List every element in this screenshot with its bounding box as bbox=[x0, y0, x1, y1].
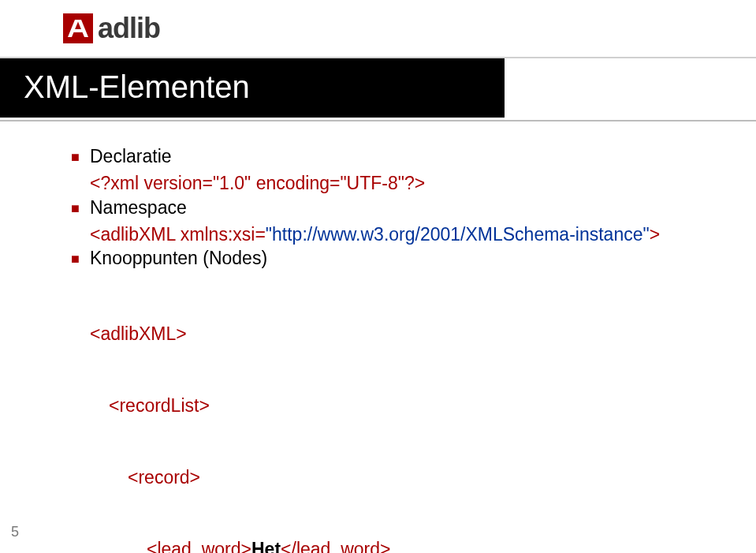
logo-bar: adlib bbox=[0, 0, 756, 58]
bullet-icon: ■ bbox=[71, 250, 90, 269]
bullet-nodes: ■Knooppunten (Nodes) bbox=[71, 246, 756, 270]
logo-text: adlib bbox=[98, 12, 160, 45]
tag-record: <record> bbox=[128, 467, 200, 488]
bullet-icon: ■ bbox=[71, 148, 90, 167]
ns-url: "http://www.w3.org/2001/XMLSchema-instan… bbox=[266, 224, 650, 245]
code-namespace: <adlibXML xmlns:xsi="http://www.w3.org/2… bbox=[90, 222, 756, 246]
bullet-label: Namespace bbox=[90, 197, 187, 218]
bullet-label: Knooppunten (Nodes) bbox=[90, 248, 267, 268]
bullet-label: Declaratie bbox=[90, 146, 172, 166]
tag-adlibxml: <adlibXML> bbox=[90, 323, 187, 344]
tag-leadword-open: <lead_word> bbox=[147, 539, 251, 553]
slide-number: 5 bbox=[11, 524, 19, 540]
slide-title: XML-Elementen bbox=[0, 58, 505, 118]
bullet-namespace: ■Namespace bbox=[71, 196, 756, 219]
svg-rect-1 bbox=[73, 29, 83, 32]
logo: adlib bbox=[63, 12, 160, 45]
ns-close: > bbox=[650, 224, 660, 245]
val-leadword: Het bbox=[251, 539, 281, 553]
bullet-icon: ■ bbox=[71, 200, 90, 219]
xml-declaration: <?xml version="1.0" encoding="UTF-8"?> bbox=[90, 173, 425, 193]
slide-content: ■Declaratie <?xml version="1.0" encoding… bbox=[0, 118, 756, 553]
ns-open: <adlibXML xmlns:xsi= bbox=[90, 224, 266, 245]
title-divider bbox=[0, 120, 756, 121]
bullet-declaratie: ■Declaratie bbox=[71, 144, 756, 168]
code-nodes: <adlibXML> <recordList> <record> <lead_w… bbox=[90, 274, 756, 553]
tag-leadword-close: </lead_word> bbox=[281, 539, 390, 553]
code-declaration: <?xml version="1.0" encoding="UTF-8"?> bbox=[90, 171, 756, 195]
logo-icon bbox=[63, 13, 93, 43]
tag-recordlist: <recordList> bbox=[109, 395, 210, 416]
svg-rect-0 bbox=[63, 13, 93, 43]
